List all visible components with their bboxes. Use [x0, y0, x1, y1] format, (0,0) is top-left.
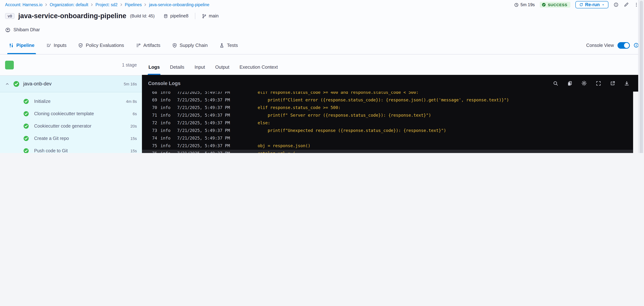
chevron-right-icon	[44, 3, 48, 7]
branch-link[interactable]: main	[202, 14, 218, 19]
log-level: info	[160, 134, 177, 142]
log-tab-logs[interactable]: Logs	[148, 64, 160, 75]
git-branch-icon	[202, 14, 206, 18]
log-level: info	[160, 96, 177, 104]
console-view-label: Console View	[586, 43, 614, 48]
log-timestamp: 7/21/2025, 5:49:37 PM	[177, 142, 248, 150]
page-scrollbar[interactable]	[638, 0, 644, 153]
tab-label: Pipeline	[16, 43, 34, 48]
log-text-segment: print(f" Server error ({response.status_…	[248, 113, 431, 118]
breadcrumb-item-java-service-onboarding-pipeline[interactable]: java-service-onboarding-pipeline	[149, 3, 209, 7]
status-badge: SUCCESS	[540, 2, 570, 8]
console-view-toggle[interactable]	[618, 42, 630, 49]
log-line-71: 71info7/21/2025, 5:49:37 PM print(f" Ser…	[142, 112, 633, 119]
stage-count: 1 stage	[122, 62, 137, 67]
log-line-69: 69info7/21/2025, 5:49:37 PM print(f"Clie…	[142, 96, 633, 104]
log-level: info	[160, 119, 177, 127]
step-name: Create a Git repo	[34, 136, 126, 141]
log-level: info	[160, 112, 177, 119]
breadcrumb-item-account-harness-io[interactable]: Account: Harness.io	[5, 3, 42, 7]
log-text: obj = response.json()	[248, 142, 310, 150]
log-tab-output[interactable]: Output	[215, 64, 229, 75]
tab-policy-evaluations[interactable]: Policy Evaluations	[78, 36, 124, 54]
refresh-icon	[579, 3, 583, 7]
stage-header: 1 stage	[0, 55, 142, 76]
log-text: print(f"Unexpected response ({response.s…	[248, 127, 446, 134]
log-scrollbar[interactable]	[633, 92, 638, 153]
sidebar-step-create-a-git-repo[interactable]: Create a Git repo15s	[0, 132, 142, 145]
rerun-button[interactable]: Re-run	[575, 1, 608, 8]
search-icon[interactable]	[553, 81, 558, 86]
log-timestamp: 7/21/2025, 5:49:37 PM	[177, 96, 248, 104]
step-duration: 4m 8s	[126, 99, 137, 104]
tests-icon	[219, 43, 224, 48]
log-text: elif response.status_code >= 500:	[248, 104, 340, 112]
sidebar-step-initialize[interactable]: Initialize4m 8s	[0, 95, 142, 108]
fullscreen-icon[interactable]	[596, 81, 601, 86]
log-line-75: 75info7/21/2025, 5:49:37 PM obj = respon…	[142, 142, 633, 150]
sidebar-step-cookiecutter-code-generator[interactable]: Cookiecutter code generator20s	[0, 120, 142, 132]
step-check-icon	[23, 148, 29, 153]
tab-inputs[interactable]: Inputs	[46, 36, 66, 54]
sidebar-step-cloning-cookiecutter-template[interactable]: Cloning cookiecutter template6s	[0, 108, 142, 120]
log-line-number: 70	[152, 104, 160, 112]
log-text-segment: else:	[248, 120, 270, 125]
edit-pencil-icon[interactable]	[624, 2, 629, 7]
breadcrumb-item-pipelines[interactable]: Pipelines	[125, 3, 142, 7]
log-text: catalog_url = (	[248, 150, 295, 153]
log-timestamp: 7/21/2025, 5:49:37 PM	[177, 127, 248, 134]
step-check-icon	[23, 111, 29, 117]
log-text-segment: print(f"Client error ({response.status_c…	[248, 97, 509, 103]
log-text-segment: elif response.status_code >= 500:	[248, 105, 340, 110]
console-toolbar	[553, 80, 630, 86]
chevron-right-icon	[144, 3, 147, 7]
log-timestamp: 7/21/2025, 5:49:37 PM	[177, 119, 248, 127]
log-line-74: 74info7/21/2025, 5:49:37 PM	[142, 134, 633, 142]
breadcrumb-item-project-sd2[interactable]: Project: sd2	[96, 3, 118, 7]
divider	[195, 13, 195, 19]
log-line-number: 71	[152, 112, 160, 119]
stage-check-icon	[13, 81, 20, 87]
step-duration: 6s	[133, 112, 137, 116]
step-name: Initialize	[34, 99, 121, 104]
build-id: (Build Id: 45)	[130, 14, 155, 19]
log-text-segment: obj = response.json()	[248, 143, 310, 148]
console-logs-title: Console Logs	[148, 81, 180, 86]
artifacts-icon	[136, 43, 141, 48]
copy-icon[interactable]	[567, 81, 572, 86]
tab-pipeline[interactable]: Pipeline	[9, 36, 34, 54]
chevron-up-icon[interactable]	[5, 82, 10, 86]
open-in-new-icon[interactable]	[610, 81, 615, 86]
stage-row[interactable]: java-onb-dev 5m 16s	[0, 76, 142, 92]
log-line-number: 72	[152, 119, 160, 127]
log-tab-details[interactable]: Details	[170, 64, 184, 75]
caret-down-icon	[602, 3, 605, 6]
log-text-segment: elif response.status_code >= 400 and res…	[248, 92, 418, 95]
tab-supply-chain[interactable]: Supply Chain	[172, 36, 208, 54]
breadcrumb-item-organization-default[interactable]: Organization: default	[50, 3, 88, 7]
tab-tests[interactable]: Tests	[219, 36, 238, 54]
step-details-panel: LogsDetailsInputOutputExecution Context …	[142, 55, 644, 153]
main-tab-bar: PipelineInputsPolicy EvaluationsArtifact…	[0, 36, 644, 55]
settings-icon[interactable]	[581, 80, 587, 86]
page-scrollbar-thumb[interactable]	[640, 1, 643, 153]
sidebar-step-push-code-to-git[interactable]: Push code to Git15s	[0, 145, 142, 153]
log-tab-execution-context[interactable]: Execution Context	[240, 64, 278, 75]
log-text: else:	[248, 119, 270, 127]
info-icon[interactable]	[614, 2, 618, 7]
chevron-right-icon	[120, 3, 123, 7]
top-header: Account: Harness.ioOrganization: default…	[0, 0, 644, 36]
download-icon[interactable]	[624, 81, 630, 86]
step-check-icon	[23, 99, 29, 104]
step-duration: 15s	[130, 149, 137, 153]
repo-link[interactable]: pipeline8	[163, 14, 188, 19]
version-badge: v0	[5, 13, 15, 19]
tab-label: Inputs	[54, 43, 66, 48]
step-duration: 15s	[130, 136, 137, 141]
app: Account: Harness.ioOrganization: default…	[0, 0, 644, 153]
tab-artifacts[interactable]: Artifacts	[136, 36, 160, 54]
top-actions: 5m 19s SUCCESS Re-run	[514, 1, 639, 8]
step-duration: 20s	[130, 124, 137, 128]
log-tab-input[interactable]: Input	[194, 64, 205, 75]
log-text-segment: print(f"Unexpected response ({response.s…	[248, 128, 446, 133]
